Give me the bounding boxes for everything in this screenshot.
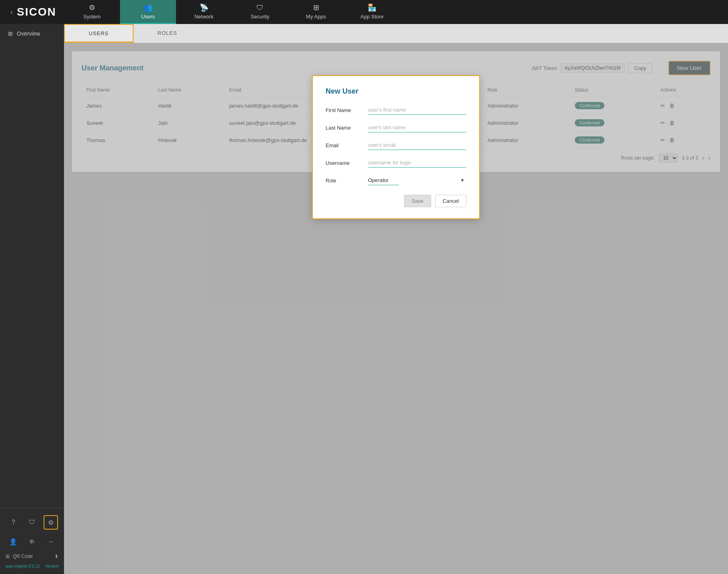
nav-label-security: Security bbox=[251, 14, 270, 20]
appstore-icon: 🏪 bbox=[368, 3, 376, 12]
chevron-down-icon: ▼ bbox=[460, 178, 465, 183]
nav-label-myapps: My Apps bbox=[306, 14, 326, 20]
main-layout: ⊞ Overview ? 🛡 ⚙ 👤 th → ⊞ QR Code ⬇ bbox=[0, 24, 728, 574]
sidebar: ⊞ Overview ? 🛡 ⚙ 👤 th → ⊞ QR Code ⬇ bbox=[0, 24, 64, 574]
nav-label-network: Network bbox=[194, 14, 214, 20]
modal-title: New User bbox=[326, 87, 466, 96]
email-input[interactable] bbox=[368, 140, 466, 150]
sub-tabs: USERS ROLES bbox=[64, 24, 728, 43]
settings-button[interactable]: ⚙ bbox=[44, 515, 58, 530]
download-icon[interactable]: ⬇ bbox=[54, 554, 58, 559]
nav-item-system[interactable]: ⚙ System bbox=[64, 0, 120, 24]
qr-label: QR Code bbox=[13, 554, 33, 559]
form-row-email: Email bbox=[326, 140, 466, 150]
last-name-input[interactable] bbox=[368, 123, 466, 132]
nav-items: ⚙ System 👥 Users 📡 Network 🛡 Security ⊞ … bbox=[64, 0, 728, 24]
logo-area: ‹ SICON bbox=[0, 0, 64, 24]
system-icon: ⚙ bbox=[89, 3, 95, 12]
version-text: awe-cognito-0.0.13 bbox=[6, 564, 40, 568]
sidebar-bottom: ? 🛡 ⚙ 👤 th → ⊞ QR Code ⬇ awe-cognito-0.0… bbox=[0, 508, 64, 574]
back-arrow-icon[interactable]: ‹ bbox=[6, 8, 17, 16]
username-display: th bbox=[25, 534, 39, 549]
tab-roles[interactable]: ROLES bbox=[134, 24, 201, 43]
email-label: Email bbox=[326, 142, 362, 148]
nav-label-users: Users bbox=[141, 14, 155, 20]
nav-label-system: System bbox=[83, 14, 100, 20]
nav-item-appstore[interactable]: 🏪 App Store bbox=[344, 0, 400, 24]
form-row-last-name: Last Name bbox=[326, 123, 466, 132]
overview-label: Overview bbox=[17, 30, 40, 37]
nav-item-myapps[interactable]: ⊞ My Apps bbox=[288, 0, 344, 24]
form-row-role: Role Operator Administrator Viewer ▼ bbox=[326, 176, 466, 185]
last-name-label: Last Name bbox=[326, 125, 362, 131]
version-row: awe-cognito-0.0.13 Version bbox=[0, 562, 64, 570]
sidebar-item-overview[interactable]: ⊞ Overview bbox=[0, 24, 64, 43]
role-select[interactable]: Operator Administrator Viewer bbox=[368, 176, 399, 185]
nav-label-appstore: App Store bbox=[360, 14, 384, 20]
username-input[interactable] bbox=[368, 158, 466, 168]
modal-footer: Save Cancel bbox=[326, 195, 466, 207]
grid-icon: ⊞ bbox=[8, 30, 13, 37]
user-profile-icon[interactable]: 👤 bbox=[6, 534, 20, 549]
first-name-input[interactable] bbox=[368, 105, 466, 115]
main-content: USERS ROLES User Management JWT Token ey… bbox=[64, 24, 728, 574]
form-row-first-name: First Name bbox=[326, 105, 466, 115]
myapps-icon: ⊞ bbox=[313, 3, 319, 12]
network-icon: 📡 bbox=[200, 3, 208, 12]
nav-item-users[interactable]: 👥 Users bbox=[120, 0, 176, 24]
form-row-username: Username bbox=[326, 158, 466, 168]
nav-item-network[interactable]: 📡 Network bbox=[176, 0, 232, 24]
sidebar-user-row: 👤 th → bbox=[0, 533, 64, 550]
username-label: Username bbox=[326, 160, 362, 166]
sidebar-qr-row: ⊞ QR Code ⬇ bbox=[0, 550, 64, 562]
page-body: User Management JWT Token eyJraWQiOiJsZl… bbox=[64, 43, 728, 574]
nav-item-security[interactable]: 🛡 Security bbox=[232, 0, 288, 24]
logo: SICON bbox=[17, 6, 56, 18]
qr-icon: ⊞ bbox=[6, 554, 10, 559]
shield-button[interactable]: 🛡 bbox=[25, 515, 39, 530]
role-select-wrapper: Operator Administrator Viewer ▼ bbox=[368, 176, 466, 185]
top-navigation: ‹ SICON ⚙ System 👥 Users 📡 Network 🛡 Sec… bbox=[0, 0, 728, 24]
security-icon: 🛡 bbox=[256, 4, 264, 12]
version-label: Version bbox=[45, 564, 58, 568]
help-button[interactable]: ? bbox=[6, 515, 20, 530]
first-name-label: First Name bbox=[326, 107, 362, 113]
save-button[interactable]: Save bbox=[404, 195, 431, 207]
sidebar-bottom-icons-row: ? 🛡 ⚙ bbox=[0, 512, 64, 533]
logout-button[interactable]: → bbox=[44, 534, 58, 549]
cancel-button[interactable]: Cancel bbox=[435, 195, 466, 207]
users-icon: 👥 bbox=[144, 3, 152, 12]
modal-overlay: New User First Name Last Name Email bbox=[64, 43, 728, 574]
role-label: Role bbox=[326, 178, 362, 184]
new-user-modal: New User First Name Last Name Email bbox=[312, 75, 480, 219]
tab-users[interactable]: USERS bbox=[64, 24, 134, 43]
